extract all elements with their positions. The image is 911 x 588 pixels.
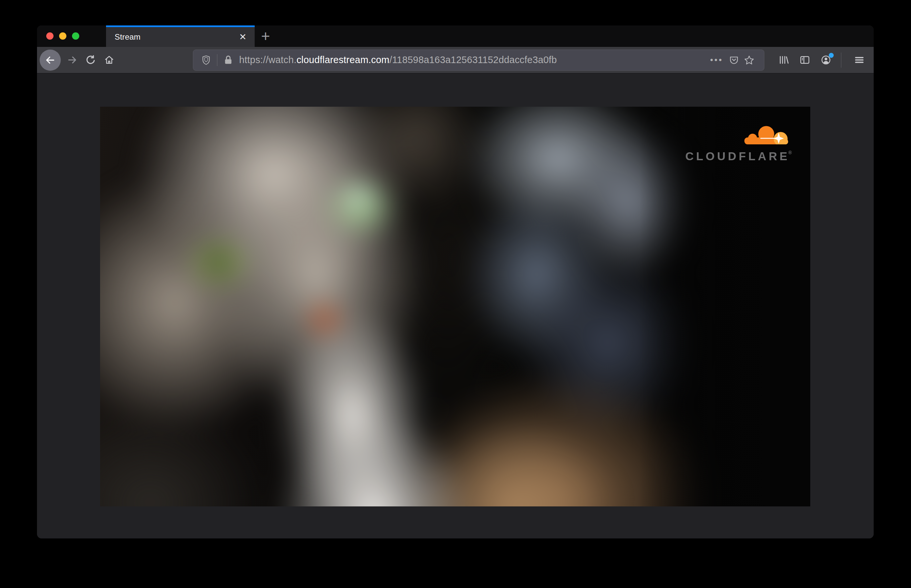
cat-nose	[305, 300, 344, 339]
tracking-protection-shield-icon[interactable]	[200, 55, 212, 66]
video-right-shadow	[640, 107, 810, 506]
refresh-icon	[85, 55, 96, 65]
toolbar-right-cluster	[772, 51, 868, 69]
sidebar-toggle-button[interactable]	[795, 51, 814, 69]
url-scheme: https://watch.	[239, 55, 297, 65]
minimize-window-button[interactable]	[59, 32, 66, 40]
cloudflare-cloud-icon	[739, 124, 791, 149]
url-domain: cloudflarestream.com	[297, 55, 389, 65]
urlbar-divider	[217, 54, 217, 66]
cloudflare-wordmark-text: CLOUDFLARE	[685, 150, 790, 163]
library-button[interactable]	[774, 51, 793, 69]
cloudflare-trademark: ®	[788, 150, 792, 155]
cat-right-eye-highlight	[342, 181, 377, 213]
navigation-toolbar: https://watch.cloudflarestream.com/11859…	[37, 47, 874, 73]
star-icon	[744, 55, 754, 65]
back-button[interactable]	[40, 50, 61, 71]
cloudflare-wordmark: CLOUDFLARE®	[685, 150, 792, 162]
desktop: { "window": { "controls": ["close", "min…	[0, 0, 911, 588]
pocket-icon	[728, 55, 739, 65]
url-path: /118598a163a125631152ddaccfe3a0fb	[389, 55, 557, 65]
window-controls	[46, 32, 79, 40]
url-text: https://watch.cloudflarestream.com/11859…	[239, 55, 707, 65]
tab-bar: Stream ✕ +	[37, 26, 874, 47]
tab-close-icon[interactable]: ✕	[237, 31, 249, 43]
library-icon	[778, 55, 789, 65]
account-button[interactable]	[817, 51, 835, 69]
browser-window: Stream ✕ + https://watch.cloudflarest	[37, 26, 874, 538]
bookmark-star-button[interactable]	[741, 53, 757, 68]
close-window-button[interactable]	[46, 32, 53, 40]
sidebar-icon	[800, 55, 810, 65]
video-blob	[278, 410, 470, 506]
forward-icon	[67, 55, 78, 65]
video-player[interactable]: CLOUDFLARE®	[100, 107, 810, 506]
reload-button[interactable]	[81, 51, 100, 69]
new-tab-button[interactable]: +	[258, 28, 273, 44]
forward-button[interactable]	[63, 51, 81, 69]
video-blob	[100, 402, 263, 506]
url-bar[interactable]: https://watch.cloudflarestream.com/11859…	[193, 50, 764, 71]
menu-button[interactable]	[850, 51, 868, 69]
page-actions-icon[interactable]: •••	[710, 55, 723, 65]
lock-icon[interactable]	[223, 55, 234, 66]
page-content: CLOUDFLARE®	[37, 74, 874, 538]
cat-left-pupil	[207, 244, 231, 281]
tab-title: Stream	[115, 32, 141, 42]
tab-stream[interactable]: Stream ✕	[106, 26, 255, 47]
home-icon	[104, 55, 115, 65]
account-notification-dot	[829, 53, 834, 58]
back-icon	[45, 55, 56, 66]
zoom-window-button[interactable]	[72, 32, 79, 40]
pocket-button[interactable]	[726, 53, 741, 68]
home-button[interactable]	[100, 51, 118, 69]
menu-icon	[854, 55, 865, 65]
cloudflare-watermark: CLOUDFLARE®	[685, 124, 792, 162]
